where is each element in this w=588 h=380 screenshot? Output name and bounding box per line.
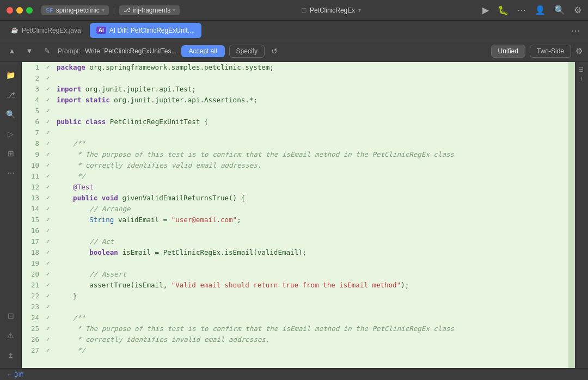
title-bar: SP spring-petclinic ▾ | ⎇ inj-fragments … (0, 0, 588, 21)
line-number: 17 (22, 236, 44, 247)
refresh-button[interactable]: ↺ (269, 47, 280, 56)
tab-diff[interactable]: AI AI Diff: PetClinicRegExUnit.... (90, 23, 201, 38)
sidebar-item-more[interactable]: ⋯ (2, 164, 20, 182)
line-code: // Act (52, 236, 568, 247)
table-row: 21✓ assertTrue(isEmail, "Valid email sho… (22, 280, 568, 291)
branch-label[interactable]: ⎇ inj-fragments ▾ (119, 5, 180, 15)
sidebar-item-search[interactable]: 🔍 (2, 106, 20, 123)
sidebar-item-git-changes[interactable]: ± (2, 346, 20, 364)
line-number: 8 (22, 138, 44, 149)
diff-status-label[interactable]: ← Diff (7, 371, 23, 378)
two-side-view-button[interactable]: Two-Side (530, 45, 571, 58)
ai-panel-icon[interactable]: ~ (578, 77, 586, 81)
debug-button[interactable]: 🐛 (498, 5, 509, 15)
line-check: ✓ (44, 334, 52, 345)
project-icon: SP (46, 7, 54, 14)
line-number: 18 (22, 247, 44, 258)
line-code: } (52, 291, 568, 302)
branch-chevron: ▾ (173, 7, 175, 13)
sidebar-item-folder[interactable]: 📁 (2, 66, 20, 84)
table-row: 26✓ * correctly identifies invalid email… (22, 334, 568, 345)
problems-icon: ⚠ (7, 331, 14, 340)
run-icon: ▷ (8, 130, 14, 138)
table-row: 6✓public class PetClinicRegExUnitTest { (22, 117, 568, 127)
title-center: ▢ PetClinicRegEx ▾ (184, 7, 478, 14)
main-content: 📁 ⎇ 🔍 ▷ ⊞ ⋯ ⊡ ⚠ ± 1✓package or (0, 62, 588, 368)
search-icon: 🔍 (6, 110, 15, 119)
run-chevron: ▾ (358, 7, 361, 13)
more-button[interactable]: ⋯ (517, 5, 526, 15)
line-number: 21 (22, 280, 44, 291)
sidebar-item-problems[interactable]: ⚠ (2, 327, 20, 344)
line-number: 15 (22, 214, 44, 225)
java-tab-label: PetClinicRegEx.java (22, 27, 81, 34)
table-row: 3✓import org.junit.jupiter.api.Test; (22, 84, 568, 95)
line-code: public class PetClinicRegExUnitTest { (52, 117, 568, 127)
up-arrow-icon: ▲ (9, 47, 16, 55)
run-config-icon: ▢ (301, 7, 307, 14)
project-label[interactable]: SP spring-petclinic ▾ (41, 5, 109, 15)
line-check: ✓ (44, 225, 52, 236)
line-check: ✓ (44, 269, 52, 280)
table-row: 18✓ boolean isEmail = PetClinicRegEx.isE… (22, 247, 568, 258)
edit-button[interactable]: ✎ (40, 45, 53, 58)
line-check: ✓ (44, 106, 52, 117)
accept-all-button[interactable]: Accept all (181, 45, 225, 57)
minimize-button[interactable] (16, 7, 23, 14)
terminal-icon: ⊡ (8, 311, 14, 320)
extensions-icon: ⊞ (8, 149, 14, 158)
line-number: 5 (22, 106, 44, 117)
line-check: ✓ (44, 280, 52, 291)
separator-1: | (113, 7, 115, 14)
sidebar-item-git[interactable]: ⎇ (2, 86, 20, 103)
sidebar-item-extensions[interactable]: ⊞ (2, 145, 20, 162)
scroll-gutter (568, 62, 575, 368)
search-button[interactable]: 🔍 (554, 5, 565, 15)
branch-icon: ⎇ (124, 7, 131, 14)
run-config-name: PetClinicRegEx (310, 7, 355, 14)
tab-java[interactable]: ☕ PetClinicRegEx.java (4, 23, 88, 38)
line-check: ✓ (44, 127, 52, 138)
table-row: 5✓ (22, 106, 568, 117)
table-row: 7✓ (22, 127, 568, 138)
line-code: public void givenValidEmailReturnsTrue()… (52, 193, 568, 204)
table-row: 4✓import static org.junit.jupiter.api.As… (22, 95, 568, 106)
code-scroll[interactable]: 1✓package org.springframework.samples.pe… (22, 62, 568, 368)
next-change-button[interactable]: ▼ (23, 45, 36, 58)
line-code: import org.junit.jupiter.api.Test; (52, 84, 568, 95)
settings-button[interactable]: ⚙ (574, 5, 581, 15)
tab-more-button[interactable]: ⋯ (567, 24, 584, 36)
specify-button[interactable]: Specify (229, 45, 265, 58)
line-number: 2 (22, 73, 44, 84)
line-code: /** (52, 312, 568, 323)
unified-view-button[interactable]: Unified (491, 45, 525, 58)
diff-settings-icon[interactable]: ⚙ (575, 46, 583, 56)
table-row: 20✓ // Assert (22, 269, 568, 280)
line-number: 11 (22, 171, 44, 182)
line-code: * The purpose of this test is to confirm… (52, 149, 568, 160)
line-code: package org.springframework.samples.petc… (52, 62, 568, 73)
table-row: 15✓ String validEmail = "user@email.com"… (22, 214, 568, 225)
sidebar-item-terminal[interactable]: ⊡ (2, 307, 20, 324)
run-button[interactable]: ▶ (482, 5, 489, 15)
sidebar-item-run[interactable]: ▷ (2, 125, 20, 143)
line-code: */ (52, 171, 568, 182)
line-code (52, 106, 568, 117)
down-arrow-icon: ▼ (26, 47, 33, 55)
line-check: ✓ (44, 236, 52, 247)
table-row: 11✓ */ (22, 171, 568, 182)
m-panel-icon[interactable]: m (578, 66, 586, 72)
line-check: ✓ (44, 291, 52, 302)
line-check: ✓ (44, 84, 52, 95)
project-name: spring-petclinic (56, 7, 100, 14)
close-button[interactable] (7, 7, 13, 14)
account-button[interactable]: 👤 (535, 5, 546, 15)
table-row: 24✓ /** (22, 312, 568, 323)
project-chevron: ▾ (102, 7, 105, 13)
line-code: * The purpose of this test is to confirm… (52, 323, 568, 334)
line-check: ✓ (44, 73, 52, 84)
prev-change-button[interactable]: ▲ (5, 45, 19, 58)
line-number: 9 (22, 149, 44, 160)
maximize-button[interactable] (26, 7, 33, 14)
line-number: 24 (22, 312, 44, 323)
